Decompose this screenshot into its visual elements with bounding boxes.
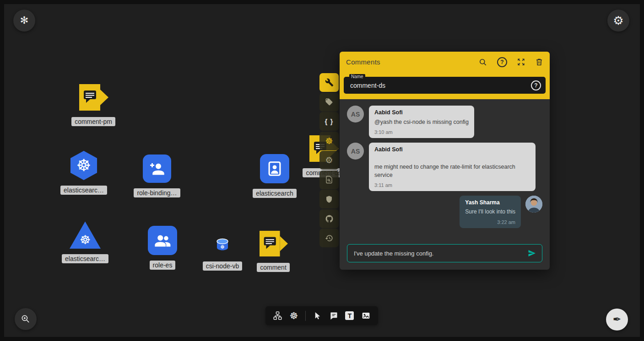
wrench-icon (325, 78, 334, 87)
node-label: comment (257, 263, 290, 272)
history-tool-button[interactable] (319, 229, 339, 247)
canvas-node-elasticsearch-hex[interactable]: ☸ elasticsearc… (54, 151, 114, 195)
comment-icon[interactable] (329, 311, 338, 320)
node-label: comment-pm (71, 117, 115, 126)
kubernetes-icon[interactable]: ☸ (290, 311, 298, 320)
node-label: elasticsearc… (62, 254, 108, 263)
trash-icon[interactable] (535, 58, 543, 66)
kubernetes-tool-button[interactable]: ☸ (319, 132, 339, 150)
toolbar-divider (305, 311, 306, 321)
message-text: Sure I'll look into this (465, 208, 515, 216)
avatar-photo (525, 196, 542, 213)
node-label: role-binding… (134, 188, 180, 197)
message-text: @yash the csi-node is missing config (374, 118, 469, 126)
node-label: role-es (150, 261, 176, 270)
canvas-node-elasticsearch-tri[interactable]: ☸ elasticsearc… (55, 220, 115, 263)
message-bubble: Aabid Sofi me might need to change the r… (369, 143, 536, 191)
name-input[interactable] (344, 82, 531, 89)
avatar: AS (347, 143, 364, 160)
wrench-tool-button[interactable] (319, 73, 339, 92)
canvas-node-role-binding[interactable]: role-binding… (127, 155, 187, 197)
pen-nib-icon: ✒ (613, 314, 621, 325)
name-help-icon[interactable]: ? (531, 80, 541, 91)
node-context-toolbar: { } ☸ ⚙ (319, 73, 339, 248)
doc-search-icon (325, 176, 333, 184)
github-tool-button[interactable] (319, 209, 339, 228)
gear-tool-button[interactable]: ⚙ (319, 151, 339, 170)
history-icon (325, 234, 333, 242)
node-label: csi-node-vb (203, 261, 242, 271)
comments-panel-header: Comments ? (340, 52, 550, 72)
message-bubble: Yash Sharma Sure I'll look into this 3:2… (460, 196, 521, 228)
zoom-in-icon (21, 314, 31, 324)
canvas-node-role-es[interactable]: role-es (133, 226, 192, 270)
comment-message: Yash Sharma Sure I'll look into this 3:2… (347, 196, 542, 228)
message-author: Aabid Sofi (374, 109, 469, 116)
zoom-button[interactable] (15, 308, 37, 330)
braces-tool-button[interactable]: { } (319, 112, 339, 131)
shield-icon (325, 195, 333, 203)
comment-input[interactable] (353, 250, 527, 257)
help-icon[interactable]: ? (497, 57, 507, 67)
media-icon[interactable] (361, 311, 371, 320)
gear-icon: ⚙ (613, 15, 623, 27)
panel-title: Comments (346, 58, 380, 66)
text-icon[interactable]: T (345, 311, 354, 320)
node-label: elasticsearch (253, 189, 297, 198)
svg-text:☸: ☸ (220, 244, 225, 250)
tag-icon (325, 98, 333, 106)
comment-input-box[interactable] (347, 244, 542, 262)
id-badge-icon (260, 154, 289, 183)
comment-node-icon (78, 83, 108, 112)
message-time: 3:22 am (465, 219, 515, 225)
design-mode-button[interactable]: ✒ (606, 309, 628, 330)
name-field-label: Name (349, 74, 365, 79)
kanvas-app: ✻ ⚙ ✒ comment-pm ☸ elasticsearc… (0, 0, 644, 341)
person-add-icon (143, 155, 171, 183)
doc-search-tool-button[interactable] (319, 170, 339, 189)
github-icon (325, 214, 334, 223)
comment-input-row (340, 240, 550, 270)
flow-icon[interactable] (273, 311, 282, 320)
comment-message: AS Aabid Sofi me might need to change th… (347, 143, 542, 191)
message-author: Aabid Sofi (374, 146, 530, 153)
settings-button[interactable]: ⚙ (607, 10, 629, 32)
comments-panel: Comments ? Name ? (340, 52, 550, 270)
name-field-section: Name ? (340, 72, 550, 99)
expand-icon[interactable] (517, 58, 525, 66)
cylinder-icon: ☸ (215, 238, 230, 252)
comment-message: AS Aabid Sofi @yash the csi-node is miss… (347, 106, 542, 138)
kubernetes-hexagon-icon: ☸ (69, 151, 99, 180)
send-icon[interactable] (527, 249, 536, 258)
canvas-toolbar: ☸ T (265, 306, 378, 325)
people-icon (148, 226, 177, 255)
avatar: AS (347, 106, 364, 123)
message-time: 3:11 am (374, 182, 530, 188)
canvas-node-comment[interactable]: comment (244, 230, 303, 272)
message-text: me might need to change the rate-limit f… (374, 163, 530, 179)
message-author: Yash Sharma (465, 199, 515, 206)
node-label: elasticsearc… (60, 186, 107, 195)
braces-icon: { } (325, 118, 334, 125)
tag-tool-button[interactable] (319, 93, 339, 112)
app-logo-button[interactable]: ✻ (13, 10, 35, 32)
logo-icon: ✻ (20, 16, 28, 26)
comments-thread: AS Aabid Sofi @yash the csi-node is miss… (340, 99, 550, 240)
kubernetes-icon: ☸ (325, 137, 333, 145)
message-time: 3:10 am (374, 129, 469, 135)
canvas-node-comment-pm[interactable]: comment-pm (64, 83, 123, 126)
shapes-cursor-icon[interactable] (313, 311, 322, 320)
name-field[interactable]: Name ? (344, 77, 546, 94)
message-bubble: Aabid Sofi @yash the csi-node is missing… (369, 106, 474, 138)
kubernetes-triangle-icon: ☸ (70, 220, 101, 249)
gear-icon: ⚙ (325, 156, 333, 165)
search-icon[interactable] (478, 58, 487, 67)
shield-tool-button[interactable] (319, 190, 339, 208)
comment-node-icon (259, 230, 288, 257)
